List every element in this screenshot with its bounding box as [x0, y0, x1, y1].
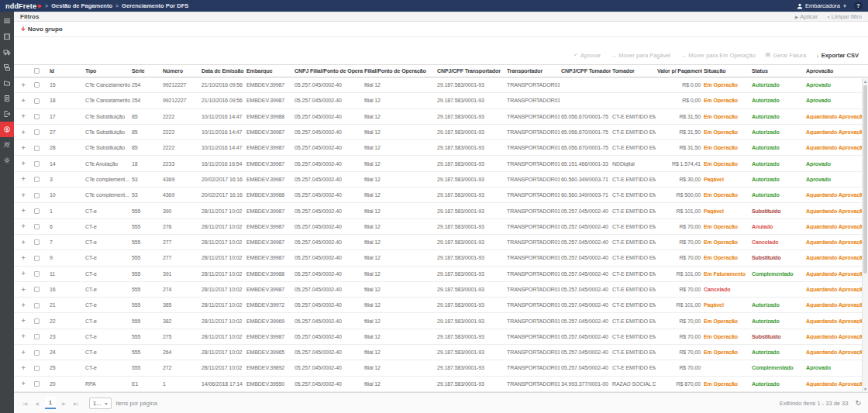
column-header[interactable]: Tomador↑: [611, 68, 656, 74]
table-row[interactable]: + 16 CT-e 555 274 28/11/2017 10:02 EMBDE…: [14, 282, 868, 298]
table-row[interactable]: + 21 CT-e 555 385 28/11/2017 10:02 EMBDE…: [14, 298, 868, 313]
table-row[interactable]: + 24 CT-e 555 264 28/11/2017 10:02 EMBDE…: [14, 345, 868, 360]
table-row[interactable]: + 28 CTe Substituição 85 2222 10/11/2016…: [14, 140, 868, 156]
expand-row-icon[interactable]: +: [21, 301, 25, 309]
table-row[interactable]: + 23 CT-e 555 275 28/11/2017 10:02 EMBDE…: [14, 329, 868, 345]
row-checkbox[interactable]: [34, 129, 40, 135]
row-checkbox[interactable]: [34, 303, 40, 308]
breadcrumb-item-gerenciamento[interactable]: Gerenciamento Por DFS: [122, 2, 188, 9]
column-header[interactable]: Número↑: [161, 68, 200, 74]
expand-row-icon[interactable]: +: [21, 175, 25, 183]
column-header[interactable]: CNPJ Filial/Ponto de Operação↑: [293, 68, 363, 74]
row-checkbox[interactable]: [34, 161, 40, 167]
column-header[interactable]: Filial/Ponto de Operação↑: [363, 68, 436, 74]
row-checkbox[interactable]: [34, 350, 40, 356]
row-checkbox[interactable]: [34, 271, 40, 277]
sidebar-item-document[interactable]: [0, 91, 14, 106]
page-size-select[interactable]: 1... ▾: [89, 398, 111, 409]
help-button[interactable]: ?: [854, 2, 863, 10]
row-checkbox[interactable]: [34, 98, 40, 104]
sidebar-item-payment[interactable]: [0, 122, 14, 137]
expand-row-icon[interactable]: +: [21, 207, 25, 215]
app-logo[interactable]: nddFrete: [5, 2, 36, 10]
expand-row-icon[interactable]: +: [21, 191, 25, 199]
column-header[interactable]: Valor p/ Pagamento↑: [656, 68, 702, 74]
new-group-button[interactable]: + Novo grupo: [21, 26, 63, 33]
filters-panel-header[interactable]: Filtros ▶ Aplicar × Limpar filtro: [14, 12, 868, 22]
expand-row-icon[interactable]: +: [21, 222, 25, 230]
table-row[interactable]: + 20 RPA E1 1 14/06/2018 17:14 EMBDEV.39…: [14, 377, 868, 392]
breadcrumb-item-gestao[interactable]: Gestão de Pagamento: [51, 2, 112, 9]
row-checkbox[interactable]: [34, 366, 40, 371]
table-row[interactable]: + 17 CTe Substituição 85 2222 10/11/2016…: [14, 109, 868, 125]
sidebar-item-settings[interactable]: [0, 153, 14, 168]
vertical-scrollbar[interactable]: ▲ ▼: [862, 78, 868, 392]
row-checkbox[interactable]: [34, 208, 40, 214]
export-csv-button[interactable]: ↓ Exportar CSV: [816, 52, 859, 59]
expand-row-icon[interactable]: +: [21, 317, 25, 325]
row-checkbox[interactable]: [34, 334, 40, 339]
row-checkbox[interactable]: [34, 114, 40, 119]
expand-row-icon[interactable]: +: [21, 286, 25, 294]
row-checkbox[interactable]: [34, 146, 40, 151]
row-checkbox[interactable]: [34, 381, 40, 387]
expand-row-icon[interactable]: +: [21, 239, 25, 246]
row-checkbox[interactable]: [34, 177, 40, 182]
expand-row-icon[interactable]: +: [21, 254, 25, 262]
table-row[interactable]: + 11 CT-e 555 391 28/11/2017 10:02 EMBDE…: [14, 267, 868, 282]
column-header[interactable]: Status↑: [750, 68, 804, 74]
column-header[interactable]: Série↑: [130, 68, 161, 74]
expand-row-icon[interactable]: +: [21, 349, 25, 356]
sidebar-item-company[interactable]: [0, 29, 14, 44]
column-header[interactable]: Aprovação↑: [804, 68, 868, 74]
first-page-button[interactable]: |◀: [21, 401, 29, 406]
sidebar-item-folder[interactable]: [0, 75, 14, 91]
approve-button[interactable]: ✓ Aprovar: [574, 52, 601, 59]
expand-row-icon[interactable]: +: [21, 364, 25, 372]
expand-row-icon[interactable]: +: [21, 112, 25, 120]
row-checkbox[interactable]: [34, 82, 40, 88]
last-page-button[interactable]: ▶|: [72, 401, 80, 406]
column-header[interactable]: Data de Emissão↑: [200, 68, 245, 74]
user-menu[interactable]: Embarcadora ▼: [797, 2, 847, 9]
generate-invoice-button[interactable]: ▤ Gerar Fatura: [766, 52, 807, 59]
table-row[interactable]: + 6 CT-e 555 276 28/11/2017 10:02 EMBDEV…: [14, 219, 868, 235]
table-row[interactable]: + 9 CT-e 555 277 28/11/2017 10:02 EMBDEV…: [14, 250, 868, 266]
column-header[interactable]: CNPJ/CPF Tomador↑: [560, 68, 611, 74]
apply-filter-button[interactable]: ▶ Aplicar: [795, 13, 818, 20]
column-header[interactable]: Tipo↑: [84, 68, 130, 74]
column-header[interactable]: Situação↑: [702, 68, 750, 74]
table-row[interactable]: + 15 CTe Cancelamento 254 99212227 21/10…: [14, 77, 868, 93]
scroll-up-icon[interactable]: ▲: [863, 78, 868, 84]
refresh-icon[interactable]: ↻: [855, 399, 861, 407]
column-header[interactable]: CNPJ/CPF Transportador↑: [436, 68, 505, 74]
row-checkbox[interactable]: [34, 287, 40, 292]
column-header[interactable]: Id↑: [48, 68, 84, 74]
next-page-button[interactable]: ▶: [60, 401, 67, 406]
scrollbar-thumb[interactable]: [863, 85, 867, 274]
row-checkbox[interactable]: [34, 256, 40, 261]
row-checkbox[interactable]: [34, 318, 40, 324]
column-header[interactable]: Transportador↑: [505, 68, 560, 74]
scroll-down-icon[interactable]: ▼: [863, 386, 868, 392]
table-row[interactable]: + 1 CT-e 555 390 28/11/2017 10:02 EMBDEV…: [14, 203, 868, 219]
expand-row-icon[interactable]: +: [21, 332, 25, 340]
select-all-checkbox[interactable]: [34, 68, 40, 74]
table-row[interactable]: + 22 CT-e 555 382 28/11/2017 10:02 EMBDE…: [14, 313, 868, 329]
table-row[interactable]: + 3 CTe complement... 53 4369 20/02/2017…: [14, 172, 868, 188]
sidebar-item-truck[interactable]: [0, 44, 14, 60]
table-row[interactable]: + 18 CTe Cancelamento 254 99212227 21/10…: [14, 93, 868, 108]
sidebar-menu-toggle[interactable]: [0, 13, 14, 29]
move-to-payable-button[interactable]: → Mover para Pagável: [611, 52, 670, 59]
expand-row-icon[interactable]: +: [21, 270, 25, 277]
prev-page-button[interactable]: ◀: [33, 401, 40, 406]
row-checkbox[interactable]: [34, 224, 40, 229]
sidebar-item-exit[interactable]: [0, 106, 14, 122]
row-checkbox[interactable]: [34, 239, 40, 245]
expand-row-icon[interactable]: +: [21, 160, 25, 167]
column-header[interactable]: Embarque↑: [245, 68, 293, 74]
row-checkbox[interactable]: [34, 193, 40, 198]
table-row[interactable]: + 7 CT-e 555 277 28/11/2017 10:02 EMBDEV…: [14, 235, 868, 250]
clear-filter-button[interactable]: × Limpar filtro: [827, 13, 862, 20]
expand-row-icon[interactable]: +: [21, 129, 25, 136]
